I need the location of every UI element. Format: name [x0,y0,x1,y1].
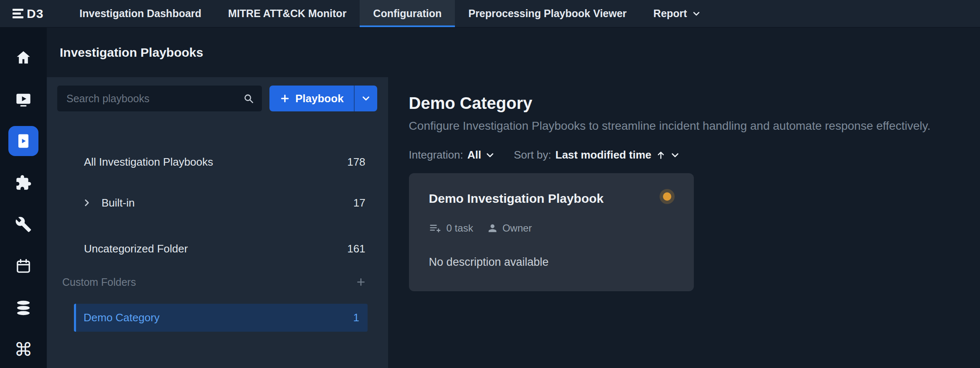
sort-by-label: Sort by: [514,149,551,161]
d3-logo-text: D3 [27,7,43,21]
search-icon [243,93,254,104]
owner-meta: Owner [487,222,532,234]
tree-item-count: 17 [353,197,366,209]
page-title: Investigation Playbooks [60,45,203,60]
tree-item-label: All Investigation Playbooks [84,156,347,169]
video-monitor-icon[interactable] [8,84,38,114]
search-box [57,86,262,111]
playbook-card-meta: 0 task Owner [429,222,675,234]
playbook-card-header: Demo Investigation Playbook [429,192,675,206]
icon-sidebar: ⌘ [0,28,47,368]
chevron-down-icon[interactable] [485,150,495,161]
chevron-down-icon[interactable] [670,150,680,161]
playbook-card-description: No description available [429,256,675,269]
filter-bar: Integration: All Sort by: Last modified … [409,149,963,161]
top-nav-tabs: Investigation Dashboard MITRE ATT&CK Mon… [66,0,714,27]
task-list-icon [429,222,441,234]
add-folder-plus-icon[interactable] [355,277,366,287]
tree-item-label: Demo Category [84,311,353,324]
tree-item-count: 178 [347,156,365,169]
panel-toolbar: Playbook [57,86,377,111]
category-title: Demo Category [409,94,963,113]
category-detail-panel: Demo Category Configure Investigation Pl… [388,77,980,368]
puzzle-icon[interactable] [8,168,38,198]
command-icon[interactable]: ⌘ [8,335,38,365]
tree-item-demo-category[interactable]: Demo Category 1 [74,304,368,332]
nav-item-preprocessing-playbook-viewer[interactable]: Preprocessing Playbook Viewer [455,0,640,27]
task-count: 0 task [447,222,473,234]
tree-item-count: 161 [347,242,365,255]
app-root: D3 Investigation Dashboard MITRE ATT&CK … [0,0,980,368]
category-subtitle: Configure Investigation Playbooks to str… [409,119,963,133]
tree-item-all-playbooks[interactable]: All Investigation Playbooks 178 [57,148,377,176]
integration-filter-value[interactable]: All [467,149,481,161]
nav-item-report[interactable]: Report [640,0,715,27]
playbook-icon[interactable] [8,126,38,156]
sort-ascending-arrow-icon[interactable] [655,150,666,161]
status-dot [663,192,671,201]
nav-item-investigation-dashboard[interactable]: Investigation Dashboard [66,0,215,27]
new-playbook-button-label: Playbook [295,92,344,105]
nav-item-mitre-attack-monitor[interactable]: MITRE ATT&CK Monitor [215,0,360,27]
tree-section-custom-folders: Custom Folders [57,270,377,295]
nav-item-report-label: Report [653,8,687,20]
owner-label: Owner [503,222,532,234]
playbook-folder-tree: All Investigation Playbooks 178 Built-in… [57,148,377,332]
calendar-icon[interactable] [8,251,38,281]
integration-filter-label: Integration: [409,149,463,161]
playbook-card[interactable]: Demo Investigation Playbook 0 task Owner… [409,173,694,291]
person-icon [487,222,498,234]
playbook-list-panel: Playbook All Investigation Playbooks 178 [47,77,388,368]
chevron-right-icon [81,197,92,208]
d3-logo: D3 [0,0,55,27]
chevron-down-icon [691,9,701,19]
database-icon[interactable] [8,293,38,323]
home-icon[interactable] [8,43,38,73]
top-navigation-bar: D3 Investigation Dashboard MITRE ATT&CK … [0,0,980,28]
new-playbook-split-button: Playbook [269,86,377,111]
tree-item-uncategorized-folder[interactable]: Uncategorized Folder 161 [57,235,377,262]
d3-logo-icon [13,9,23,18]
tools-icon[interactable] [8,209,38,239]
playbook-card-title: Demo Investigation Playbook [429,192,604,206]
tree-section-label: Custom Folders [62,276,355,288]
nav-item-configuration[interactable]: Configuration [360,0,455,27]
tree-item-count: 1 [353,311,359,324]
body-row: ⌘ Investigation Playbooks [0,28,980,368]
chevron-down-icon [361,93,371,104]
new-playbook-dropdown-button[interactable] [354,86,377,111]
content-row: Playbook All Investigation Playbooks 178 [47,77,980,368]
tree-item-built-in[interactable]: Built-in 17 [57,189,377,217]
new-playbook-button[interactable]: Playbook [269,86,354,111]
plus-icon [279,93,290,104]
search-input[interactable] [57,86,262,111]
content-region: Investigation Playbooks Playbook [47,28,980,368]
sort-by-value[interactable]: Last modified time [556,149,652,161]
tree-item-label: Built-in [102,197,353,209]
page-header: Investigation Playbooks [47,28,980,77]
tree-item-label: Uncategorized Folder [84,242,347,255]
